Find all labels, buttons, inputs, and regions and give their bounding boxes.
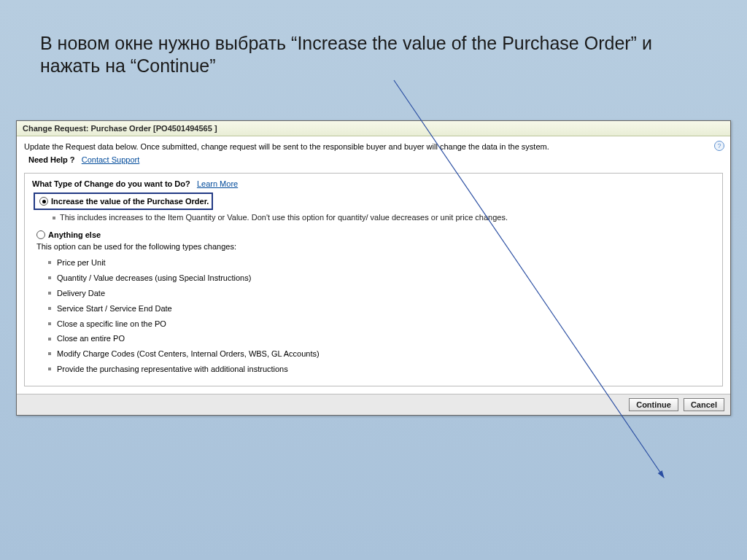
continue-button[interactable]: Continue bbox=[629, 398, 678, 411]
change-type-panel: What Type of Change do you want to Do? L… bbox=[24, 173, 723, 386]
list-item: Quantity / Value decreases (using Specia… bbox=[48, 271, 715, 286]
question-row: What Type of Change do you want to Do? L… bbox=[32, 179, 715, 188]
option-increase-highlight: Increase the value of the Purchase Order… bbox=[34, 192, 213, 210]
panel-header: Change Request: Purchase Order [PO450149… bbox=[17, 121, 730, 136]
change-request-window: Change Request: Purchase Order [PO450149… bbox=[16, 120, 731, 416]
info-row: Update the Request data below. Once subm… bbox=[17, 136, 730, 155]
footer-bar: Continue Cancel bbox=[17, 394, 730, 415]
option-anything-else-label: Anything else bbox=[48, 230, 101, 239]
help-icon[interactable]: ? bbox=[714, 141, 724, 151]
list-item: Close a specific line on the PO bbox=[48, 316, 715, 332]
list-item: Provide the purchasing representative wi… bbox=[48, 362, 715, 377]
radio-option-increase[interactable]: Increase the value of the Purchase Order… bbox=[39, 197, 209, 206]
info-text: Update the Request data below. Once subm… bbox=[24, 142, 549, 151]
option-increase-label: Increase the value of the Purchase Order… bbox=[51, 197, 209, 206]
list-item: Service Start / Service End Date bbox=[48, 301, 715, 316]
radio-icon bbox=[36, 230, 45, 239]
question-text: What Type of Change do you want to Do? bbox=[32, 179, 190, 188]
option-increase-note: This includes increases to the Item Quan… bbox=[53, 213, 715, 222]
option-increase-note-text: This includes increases to the Item Quan… bbox=[60, 213, 508, 222]
need-help-row: Need Help ? Contact Support bbox=[17, 155, 730, 170]
contact-support-link[interactable]: Contact Support bbox=[82, 155, 140, 164]
list-item: Price per Unit bbox=[48, 255, 715, 271]
list-item: Modify Charge Codes (Cost Centers, Inter… bbox=[48, 346, 715, 362]
list-item: Close an entire PO bbox=[48, 331, 715, 346]
learn-more-link[interactable]: Learn More bbox=[197, 179, 238, 188]
radio-icon bbox=[39, 197, 48, 206]
option-anything-else-explain: This option can be used for the followin… bbox=[36, 242, 715, 251]
cancel-button[interactable]: Cancel bbox=[684, 398, 724, 411]
change-types-list: Price per Unit Quantity / Value decrease… bbox=[48, 255, 715, 377]
radio-option-anything-else[interactable]: Anything else bbox=[36, 230, 715, 239]
slide-title: В новом окне нужно выбрать “Increase the… bbox=[40, 32, 707, 78]
bullet-icon bbox=[53, 217, 55, 219]
need-help-label: Need Help ? bbox=[28, 155, 75, 164]
list-item: Delivery Date bbox=[48, 286, 715, 301]
